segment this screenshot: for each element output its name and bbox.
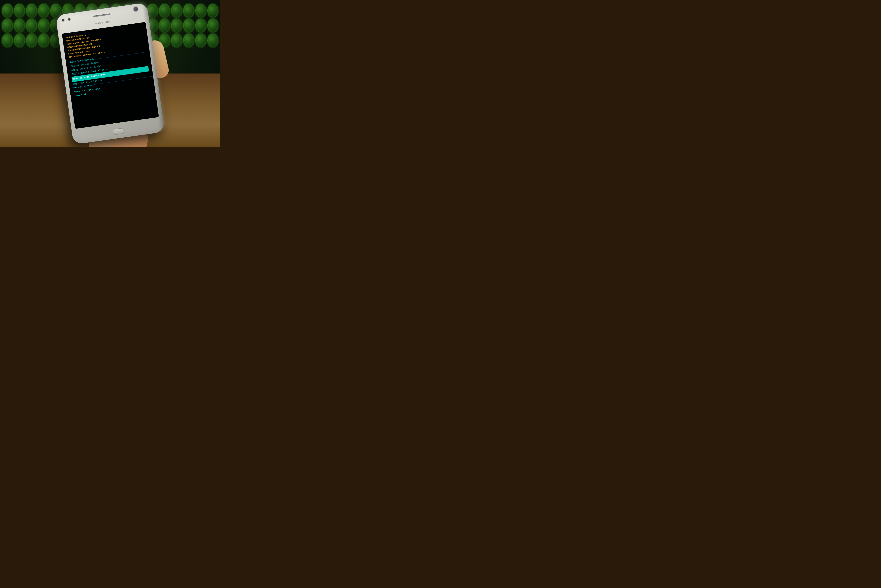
phone-body: SAMSUNG Android Recovery MMB29K.G935FXXU… <box>55 3 165 144</box>
key-22 <box>38 19 49 32</box>
key-1 <box>2 4 13 18</box>
front-camera <box>133 7 138 12</box>
key-2 <box>14 4 25 18</box>
key-36 <box>207 19 218 32</box>
key-53 <box>195 34 206 47</box>
phone-sensors <box>62 18 70 21</box>
key-33 <box>171 19 182 32</box>
sensor-1 <box>62 19 64 22</box>
phone-scene: SAMSUNG Android Recovery MMB29K.G935FXXU… <box>55 3 165 144</box>
brand-logo: SAMSUNG <box>95 20 111 25</box>
key-40 <box>38 34 49 47</box>
speaker-grille <box>93 14 111 17</box>
phone-screen: Android Recovery MMB29K.G935FXXU1CPJ2 sa… <box>62 22 159 129</box>
key-32 <box>159 19 170 32</box>
key-18 <box>207 4 218 18</box>
key-54 <box>207 34 218 47</box>
key-34 <box>183 19 194 32</box>
sensor-2 <box>68 18 70 21</box>
key-51 <box>171 34 182 47</box>
key-14 <box>159 4 170 18</box>
home-button[interactable] <box>112 128 124 135</box>
key-19 <box>2 19 13 32</box>
key-17 <box>195 4 206 18</box>
key-4 <box>38 4 49 18</box>
key-52 <box>183 34 194 47</box>
key-39 <box>26 34 37 47</box>
key-20 <box>14 19 25 32</box>
key-35 <box>195 19 206 32</box>
key-16 <box>183 4 194 18</box>
key-13 <box>147 4 158 18</box>
key-15 <box>171 4 182 18</box>
key-37 <box>2 34 13 47</box>
key-3 <box>26 4 37 18</box>
recovery-screen: Android Recovery MMB29K.G935FXXU1CPJ2 sa… <box>62 22 159 129</box>
key-21 <box>26 19 37 32</box>
key-38 <box>14 34 25 47</box>
